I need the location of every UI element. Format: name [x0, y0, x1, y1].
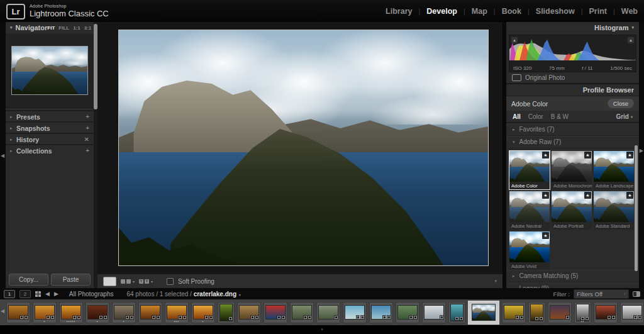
camera-matching-disclosure-icon[interactable]: ▸	[513, 274, 515, 279]
main-photo[interactable]	[118, 30, 489, 266]
next-photo-icon[interactable]: ▶	[54, 291, 58, 297]
profile-filter-bw[interactable]: B & W	[551, 113, 569, 120]
favorites-disclosure-icon[interactable]: ▸	[513, 127, 515, 132]
profile-adobe-neutral[interactable]: ★Adobe Neutral	[509, 191, 550, 230]
previous-photo-icon[interactable]: ◀	[45, 291, 50, 297]
camera-matching-group-header[interactable]: ▸ Camera Matching (5)	[506, 270, 639, 282]
collections-disclosure-icon[interactable]: ▸	[10, 148, 16, 153]
favorite-star-icon[interactable]: ★	[584, 192, 591, 199]
left-panel-gutter[interactable]: ◀	[0, 22, 6, 288]
snapshots-disclosure-icon[interactable]: ▸	[10, 126, 16, 131]
module-map[interactable]: Map	[472, 7, 487, 16]
adobe-raw-group-header[interactable]: ▾ Adobe Raw (7)	[506, 136, 639, 148]
before-after-dropdown-icon[interactable]: ▾	[151, 279, 153, 284]
filmstrip-thumb-waterfall-bw[interactable]: ••	[574, 302, 591, 323]
selection-status[interactable]: 64 photos / 1 selected / craterlake.dng …	[126, 291, 240, 298]
collections-action-icon[interactable]: +	[86, 147, 89, 154]
collapse-right-panel-icon[interactable]: ▶	[640, 148, 643, 153]
history-disclosure-icon[interactable]: ▸	[10, 137, 16, 142]
filmstrip-thumb-sunset-1[interactable]	[6, 302, 30, 323]
filmstrip-thumb-sepia-pano[interactable]: •	[112, 302, 136, 323]
histogram-header[interactable]: Histogram ▾	[506, 22, 639, 33]
profile-browser-header[interactable]: Profile Browser	[506, 84, 639, 96]
adobe-raw-disclosure-icon[interactable]: ▾	[513, 140, 515, 145]
zoom-option-fit[interactable]: FIT	[47, 25, 55, 31]
profile-adobe-color[interactable]: ★Adobe Color	[509, 151, 550, 189]
favorite-star-icon[interactable]: ★	[542, 192, 549, 199]
panel-snapshots[interactable]: ▸Snapshots+	[6, 122, 94, 133]
primary-monitor-button[interactable]: 1	[4, 290, 15, 298]
navigator-header[interactable]: ▾ Navigator FITFILL1:13:1 ↕	[6, 22, 94, 33]
panel-presets[interactable]: ▸Presets+	[6, 111, 94, 122]
filmstrip-thumb-sunset-3[interactable]: •••••	[59, 302, 83, 323]
profile-adobe-landscape[interactable]: ★Adobe Landscape	[594, 151, 634, 189]
zoom-option-1-1[interactable]: 1:1	[73, 25, 80, 31]
filmstrip-thumb-yellow-aspens[interactable]	[502, 302, 526, 323]
soft-proofing-label[interactable]: Soft Proofing	[178, 278, 214, 285]
panel-history[interactable]: ▸History✕	[6, 133, 94, 145]
copy-button[interactable]: Copy...	[9, 274, 48, 286]
filmstrip-thumb-red-flag[interactable]	[264, 302, 287, 323]
module-develop[interactable]: Develop	[426, 7, 457, 16]
filmstrip-thumb-green-plant[interactable]	[218, 302, 235, 323]
zoom-option-3-1[interactable]: 3:1	[84, 25, 92, 31]
shadow-clipping-indicator[interactable]: ▲	[511, 37, 518, 43]
filmstrip-thumb-crater-lake-selected[interactable]	[468, 301, 499, 325]
right-panel-scrollbar-thumb[interactable]	[635, 145, 638, 271]
filter-preset-dropdown[interactable]: Filters Off ↕	[574, 289, 629, 299]
toolbar-options-icon[interactable]: ▾	[494, 279, 497, 284]
soft-proofing-checkbox[interactable]	[167, 278, 174, 285]
module-book[interactable]: Book	[502, 7, 521, 16]
filmstrip-thumb-sunset-moon[interactable]	[548, 302, 572, 323]
favorite-star-icon[interactable]: ★	[626, 152, 633, 159]
histogram-disclosure-icon[interactable]: ▾	[631, 25, 634, 30]
favorite-star-icon[interactable]: ★	[542, 152, 549, 159]
source-label[interactable]: All Photographs	[69, 291, 114, 298]
profile-adobe-portrait[interactable]: ★Adobe Portrait	[552, 191, 592, 230]
filmstrip-thumb-sunset-4[interactable]	[138, 302, 162, 323]
favorite-star-icon[interactable]: ★	[542, 232, 549, 239]
filmstrip-thumb-dark-red-pano[interactable]: •	[86, 302, 109, 323]
filmstrip-thumb-sunset-2[interactable]: •	[33, 302, 57, 323]
favorite-star-icon[interactable]: ★	[626, 192, 633, 199]
filmstrip-thumb-sunset-5[interactable]: •••	[165, 302, 189, 323]
filmstrip-thumb-coast[interactable]	[369, 302, 393, 323]
compare-dropdown-icon[interactable]: ▾	[133, 279, 135, 284]
filmstrip-thumb-bw-clouds[interactable]	[620, 302, 644, 323]
collapse-left-panel-icon[interactable]: ◀	[1, 153, 4, 159]
panel-collections[interactable]: ▸Collections+	[6, 145, 94, 156]
highlight-clipping-indicator[interactable]: ▲	[628, 37, 634, 43]
presets-action-icon[interactable]: +	[86, 113, 89, 120]
profile-browser-close-button[interactable]: Close	[608, 99, 634, 108]
filmstrip-thumb-beach[interactable]	[343, 302, 367, 323]
secondary-monitor-button[interactable]: 2	[19, 290, 31, 298]
module-print[interactable]: Print	[589, 7, 606, 16]
snapshots-action-icon[interactable]: +	[86, 125, 89, 131]
original-photo-row[interactable]: Original Photo	[506, 72, 639, 84]
profile-filter-color[interactable]: Color	[528, 113, 543, 120]
profile-adobe-monochrome[interactable]: ★Adobe Monochrome	[552, 151, 592, 189]
filmstrip-thumb-red-mountain[interactable]	[594, 302, 618, 323]
filmstrip-thumb-green-hills-1[interactable]	[290, 302, 314, 323]
favorite-star-icon[interactable]: ★	[584, 152, 591, 159]
filmstrip-thumb-snow-scene[interactable]	[422, 302, 446, 323]
view-mode-dropdown-icon[interactable]: ▾	[631, 114, 633, 119]
profile-filter-all[interactable]: All	[513, 113, 521, 120]
filmstrip-thumb-sunset-6[interactable]: •	[191, 302, 215, 323]
grid-view-icon[interactable]	[35, 291, 41, 297]
filmstrip-thumb-coast-red-car[interactable]	[396, 302, 419, 323]
loupe-view-icon[interactable]	[103, 277, 116, 286]
favorites-group-header[interactable]: ▸ Favorites (7)	[506, 123, 639, 136]
compare-view-control[interactable]: ▾	[121, 279, 135, 284]
filmstrip-thumb-autumn-tree[interactable]	[528, 302, 545, 323]
filter-toggle-switch[interactable]	[633, 291, 640, 297]
filmstrip-thumb-iceberg[interactable]	[448, 302, 465, 323]
hide-filmstrip-icon[interactable]: ▾	[321, 327, 323, 332]
module-web[interactable]: Web	[621, 7, 638, 16]
legacy-group-header[interactable]: ▸ Legacy (9)	[506, 282, 639, 288]
navigator-preview[interactable]	[11, 46, 88, 95]
source-dropdown-icon[interactable]: ▾	[239, 293, 241, 297]
profile-adobe-standard[interactable]: ★Adobe Standard	[594, 191, 634, 230]
before-after-control[interactable]: YY ▾	[139, 279, 153, 284]
histogram-graph[interactable]: ▲ ▲ ISO 320 75 mm f / 11 1/500 sec	[509, 35, 636, 72]
